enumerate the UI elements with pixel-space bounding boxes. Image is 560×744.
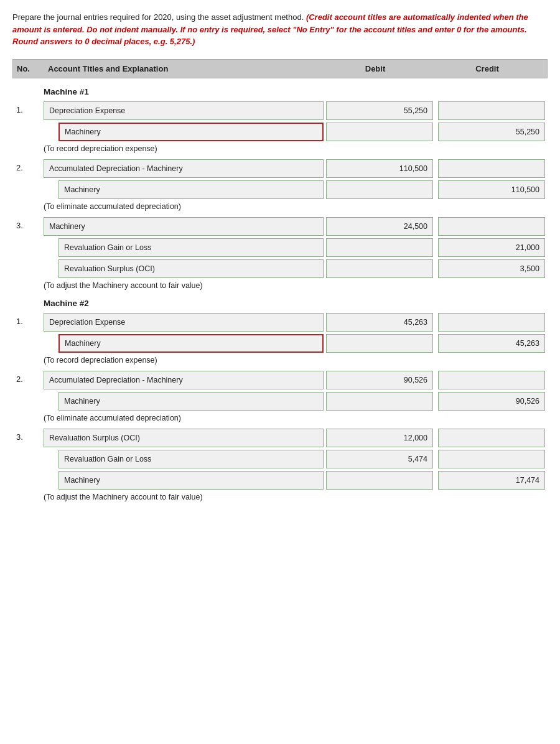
debit-field[interactable]: 110,500 (326, 159, 433, 178)
machine-title: Machine #1 (44, 87, 548, 96)
debit-field[interactable]: 45,263 (326, 313, 433, 332)
debit-field[interactable] (326, 471, 433, 490)
journal-row: Machinery17,474 (12, 471, 548, 490)
table-header: No. Account Titles and Explanation Debit… (12, 59, 548, 78)
account-field[interactable]: Revaluation Surplus (OCI) (58, 259, 324, 278)
entry-group: 1.Depreciation Expense45,263Machinery45,… (12, 313, 548, 365)
debit-field[interactable] (326, 392, 433, 411)
credit-field[interactable]: 21,000 (438, 238, 545, 257)
account-field[interactable]: Revaluation Surplus (OCI) (44, 429, 324, 447)
machine2-section: Machine #21.Depreciation Expense45,263Ma… (12, 299, 548, 501)
col-no: No. (17, 64, 48, 73)
debit-field[interactable]: 12,000 (326, 429, 433, 447)
credit-field[interactable]: 90,526 (438, 392, 545, 411)
credit-field[interactable] (438, 429, 545, 447)
journal-row: Machinery55,250 (12, 123, 548, 141)
instruction-plain: Prepare the journal entries required for… (12, 12, 304, 22)
account-field[interactable]: Depreciation Expense (44, 313, 324, 332)
account-field[interactable]: Machinery (58, 471, 324, 490)
credit-field[interactable]: 3,500 (438, 259, 545, 278)
debit-field[interactable]: 24,500 (326, 217, 433, 236)
account-field[interactable]: Machinery (58, 123, 324, 141)
journal-row: 1.Depreciation Expense45,263 (12, 313, 548, 332)
journal-row: Machinery90,526 (12, 392, 548, 411)
col-credit: Credit (431, 64, 543, 73)
journal-row: Revaluation Gain or Loss5,474 (12, 450, 548, 468)
credit-field[interactable] (438, 371, 545, 389)
entry-note: (To record depreciation expense) (44, 144, 548, 153)
debit-field[interactable] (326, 180, 433, 199)
entry-num: 3. (12, 217, 44, 230)
entry-num: 2. (12, 159, 44, 172)
credit-field[interactable]: 110,500 (438, 180, 545, 199)
machine1-section: Machine #11.Depreciation Expense55,250Ma… (12, 87, 548, 290)
account-field[interactable]: Accumulated Depreciation - Machinery (44, 371, 324, 389)
account-field[interactable]: Depreciation Expense (44, 101, 324, 120)
journal-row: 1.Depreciation Expense55,250 (12, 101, 548, 120)
journal-row: Revaluation Gain or Loss21,000 (12, 238, 548, 257)
journal-row: 3.Machinery24,500 (12, 217, 548, 236)
journal-row: 2.Accumulated Depreciation - Machinery90… (12, 371, 548, 389)
col-debit: Debit (319, 64, 431, 73)
debit-field[interactable]: 5,474 (326, 450, 433, 468)
col-account: Account Titles and Explanation (48, 64, 319, 73)
entry-num: 1. (12, 101, 44, 114)
account-field[interactable]: Revaluation Gain or Loss (58, 450, 324, 468)
debit-field[interactable] (326, 123, 433, 141)
credit-field[interactable] (438, 159, 545, 178)
account-field[interactable]: Revaluation Gain or Loss (58, 238, 324, 257)
account-field[interactable]: Machinery (44, 217, 324, 236)
machine-title: Machine #2 (44, 299, 548, 308)
entry-group: 1.Depreciation Expense55,250Machinery55,… (12, 101, 548, 153)
journal-row: 2.Accumulated Depreciation - Machinery11… (12, 159, 548, 178)
debit-field[interactable]: 90,526 (326, 371, 433, 389)
account-field[interactable]: Machinery (58, 392, 324, 411)
credit-field[interactable]: 55,250 (438, 123, 545, 141)
entry-note: (To eliminate accumulated depreciation) (44, 414, 548, 422)
entry-group: 2.Accumulated Depreciation - Machinery90… (12, 371, 548, 422)
account-field[interactable]: Accumulated Depreciation - Machinery (44, 159, 324, 178)
entry-note: (To adjust the Machinery account to fair… (44, 493, 548, 501)
journal-row: 3.Revaluation Surplus (OCI)12,000 (12, 429, 548, 447)
instructions: Prepare the journal entries required for… (12, 11, 548, 48)
debit-field[interactable]: 55,250 (326, 101, 433, 120)
entry-group: 3.Revaluation Surplus (OCI)12,000Revalua… (12, 429, 548, 501)
entry-num: 3. (12, 429, 44, 442)
debit-field[interactable] (326, 334, 433, 353)
entry-note: (To record depreciation expense) (44, 356, 548, 365)
credit-field[interactable] (438, 101, 545, 120)
entry-note: (To adjust the Machinery account to fair… (44, 281, 548, 290)
credit-field[interactable]: 45,263 (438, 334, 545, 353)
account-field[interactable]: Machinery (58, 334, 324, 353)
entry-group: 3.Machinery24,500Revaluation Gain or Los… (12, 217, 548, 290)
entry-num: 1. (12, 313, 44, 326)
journal-row: Machinery110,500 (12, 180, 548, 199)
account-field[interactable]: Machinery (58, 180, 324, 199)
entry-group: 2.Accumulated Depreciation - Machinery11… (12, 159, 548, 211)
entry-note: (To eliminate accumulated depreciation) (44, 202, 548, 211)
entry-num: 2. (12, 371, 44, 384)
credit-field[interactable] (438, 450, 545, 468)
debit-field[interactable] (326, 259, 433, 278)
credit-field[interactable]: 17,474 (438, 471, 545, 490)
debit-field[interactable] (326, 238, 433, 257)
credit-field[interactable] (438, 217, 545, 236)
journal-row: Machinery45,263 (12, 334, 548, 353)
journal-row: Revaluation Surplus (OCI)3,500 (12, 259, 548, 278)
credit-field[interactable] (438, 313, 545, 332)
